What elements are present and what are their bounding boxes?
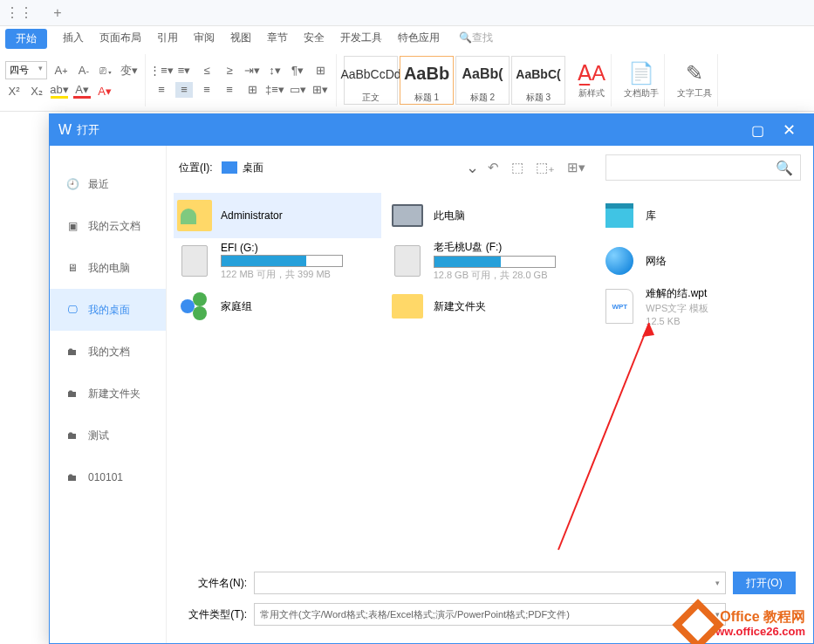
style-body[interactable]: AaBbCcDd正文 [344, 56, 398, 105]
open-dialog: W 打开 ▢ ✕ 🕘最近 ▣我的云文档 🖥我的电脑 🖵我的桌面 🖿我的文档 🖿新… [49, 113, 814, 644]
file-item-network[interactable]: 网络 [599, 238, 806, 284]
file-item-admin[interactable]: Administrator [174, 193, 381, 238]
numbering-icon[interactable]: ≡▾ [175, 63, 193, 79]
menu-search[interactable]: 🔍 查找 [459, 31, 493, 45]
folder-icon: 🖿 [65, 428, 79, 442]
file-item-usb[interactable]: 老毛桃U盘 (F:) 12.8 GB 可用，共 28.0 GB [386, 238, 594, 284]
align-left-icon[interactable]: ≡ [153, 82, 170, 98]
watermark: Office 教程网 www.office26.com [707, 608, 805, 639]
wpt-file-icon: WPT [605, 289, 633, 324]
network-icon [605, 247, 633, 275]
dialog-title: 打开 [77, 122, 742, 138]
new-style-button[interactable]: A̲A新样式 [572, 54, 612, 106]
file-item-newfolder[interactable]: 新建文件夹 [386, 284, 594, 329]
file-item-efi[interactable]: EFI (G:) 122 MB 可用，共 399 MB [174, 238, 381, 284]
font-size-select[interactable]: 四号▾ [5, 61, 47, 79]
user-folder-icon [177, 200, 212, 231]
dialog-titlebar: W 打开 ▢ ✕ [50, 114, 813, 146]
menu-dev[interactable]: 开发工具 [340, 31, 382, 45]
folder-icon: 🖿 [65, 470, 79, 484]
align-justify-icon[interactable]: ≡ [221, 82, 238, 98]
filetype-select[interactable]: 常用文件(文字/Word格式;表格/Excel格式;演示/PowerPoint格… [254, 603, 726, 626]
folder-icon: 🖿 [65, 345, 79, 359]
drive-icon [181, 245, 208, 277]
align-center-icon[interactable]: ≡ [175, 82, 193, 98]
folder-icon: 🖿 [65, 387, 79, 401]
menu-chapter[interactable]: 章节 [267, 31, 288, 45]
tab-icon[interactable]: ⇥▾ [243, 63, 261, 79]
filename-input[interactable]: ▾ [254, 572, 726, 594]
increase-font-icon[interactable]: A+ [52, 63, 70, 79]
menubar: 开始 插入 页面布局 引用 审阅 视图 章节 安全 开发工具 特色应用 🔍 查找 [0, 26, 814, 49]
align-right-icon[interactable]: ≡ [198, 82, 215, 98]
style-heading1[interactable]: AaBb标题 1 [400, 56, 454, 105]
change-case-icon[interactable]: 变▾ [120, 63, 138, 79]
highlight-icon[interactable]: ab▾ [51, 83, 68, 99]
menu-layout[interactable]: 页面布局 [99, 31, 141, 45]
filename-label: 文件名(N): [184, 576, 247, 591]
bullets-icon[interactable]: ⋮≡▾ [153, 63, 170, 79]
file-item-wpt[interactable]: WPT 难解的结.wpt WPS文字 模板 12.5 KB [599, 284, 806, 329]
dropdown-icon[interactable]: ⌄ [466, 158, 479, 177]
increase-indent-icon[interactable]: ≥ [221, 63, 238, 79]
search-input[interactable] [613, 161, 776, 174]
up-icon[interactable]: ⬚ [511, 160, 523, 175]
menu-reference[interactable]: 引用 [157, 31, 178, 45]
border-icon[interactable]: ⊞▾ [311, 82, 329, 98]
file-item-thispc[interactable]: 此电脑 [386, 193, 594, 238]
sidebar-item-desktop[interactable]: 🖵我的桌面 [50, 289, 166, 331]
folder-icon [392, 294, 423, 319]
sidebar-item-newfolder[interactable]: 🖿新建文件夹 [50, 373, 166, 414]
decrease-font-icon[interactable]: A- [75, 63, 92, 79]
close-button[interactable]: ✕ [773, 118, 804, 142]
location-label: 位置(I): [179, 161, 213, 175]
library-icon [605, 203, 633, 228]
open-button[interactable]: 打开(O) [733, 572, 796, 594]
show-marks-icon[interactable]: ⊞ [311, 63, 329, 79]
desktop-icon: 🖵 [65, 303, 79, 317]
text-effect-icon[interactable]: A▾ [96, 83, 113, 99]
search-box[interactable]: 🔍 [605, 154, 801, 181]
text-tool-button[interactable]: ✎文字工具 [672, 54, 718, 106]
desktop-small-icon [222, 161, 237, 174]
sidebar-item-cloud[interactable]: ▣我的云文档 [50, 205, 166, 247]
line-spacing-icon[interactable]: ‡≡▾ [266, 82, 284, 98]
new-tab-button[interactable]: + [38, 3, 77, 24]
sidebar-item-010101[interactable]: 🖿010101 [50, 456, 166, 498]
style-heading3[interactable]: AaBbC(标题 3 [511, 56, 565, 105]
shading-icon[interactable]: ▭▾ [289, 82, 306, 98]
maximize-button[interactable]: ▢ [742, 118, 773, 142]
doc-helper-button[interactable]: 📄文档助手 [619, 54, 665, 106]
cloud-icon: ▣ [65, 219, 79, 233]
menu-review[interactable]: 审阅 [194, 31, 215, 45]
paragraph-icon[interactable]: ¶▾ [289, 63, 306, 79]
drive-icon [394, 245, 421, 277]
file-item-library[interactable]: 库 [599, 193, 806, 238]
menu-insert[interactable]: 插入 [63, 31, 84, 45]
menu-start[interactable]: 开始 [5, 29, 47, 49]
font-color-icon[interactable]: A▾ [73, 83, 91, 99]
file-item-homegroup[interactable]: 家庭组 [174, 284, 381, 329]
dialog-sidebar: 🕘最近 ▣我的云文档 🖥我的电脑 🖵我的桌面 🖿我的文档 🖿新建文件夹 🖿测试 … [50, 146, 167, 643]
distribute-icon[interactable]: ⊞ [243, 82, 261, 98]
sidebar-item-recent[interactable]: 🕘最近 [50, 163, 166, 205]
new-folder-icon[interactable]: ⬚₊ [536, 160, 555, 175]
subscript-icon[interactable]: X₂ [28, 83, 45, 99]
menu-view[interactable]: 视图 [230, 31, 251, 45]
search-icon[interactable]: 🔍 [776, 160, 793, 176]
decrease-indent-icon[interactable]: ≤ [198, 63, 215, 79]
superscript-icon[interactable]: X² [5, 83, 23, 99]
clear-format-icon[interactable]: ⎚▾ [98, 63, 115, 79]
view-icon[interactable]: ⊞▾ [567, 160, 585, 175]
homegroup-icon [181, 292, 209, 320]
menu-special[interactable]: 特色应用 [398, 31, 440, 45]
back-icon[interactable]: ↶ [488, 160, 499, 175]
style-heading2[interactable]: AaBb(标题 2 [455, 56, 510, 105]
styles-gallery[interactable]: AaBbCcDd正文 AaBb标题 1 AaBb(标题 2 AaBbC(标题 3 [344, 56, 565, 105]
sort-icon[interactable]: ↕▾ [266, 63, 284, 79]
location-select[interactable]: 桌面 [222, 161, 396, 175]
menu-security[interactable]: 安全 [304, 31, 325, 45]
sidebar-item-documents[interactable]: 🖿我的文档 [50, 331, 166, 373]
sidebar-item-test[interactable]: 🖿测试 [50, 414, 166, 456]
sidebar-item-pc[interactable]: 🖥我的电脑 [50, 247, 166, 289]
